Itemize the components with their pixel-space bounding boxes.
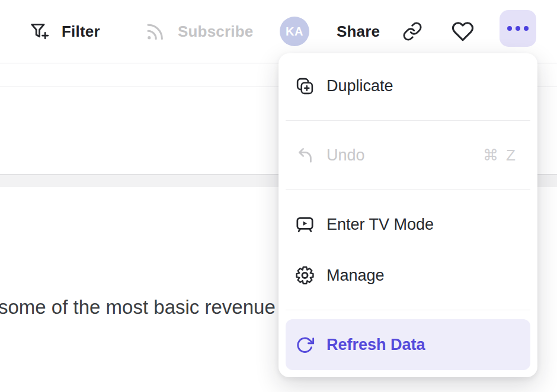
menu-item-label: Enter TV Mode bbox=[326, 216, 434, 234]
filter-label: Filter bbox=[62, 23, 100, 41]
menu-item-label: Undo bbox=[326, 146, 365, 165]
ellipsis-icon bbox=[507, 26, 512, 31]
menu-item-undo[interactable]: Undo ⌘ Z bbox=[286, 130, 530, 181]
paragraph-text: some of the most basic revenue m bbox=[0, 296, 297, 319]
tv-icon bbox=[295, 215, 315, 234]
menu-divider bbox=[286, 310, 530, 310]
subscribe-label: Subscribe bbox=[178, 23, 254, 41]
subscribe-button[interactable]: Subscribe bbox=[144, 0, 254, 63]
menu-divider bbox=[286, 189, 530, 190]
menu-item-label: Manage bbox=[326, 266, 385, 285]
duplicate-icon bbox=[295, 76, 315, 96]
shortcut-hint: ⌘ Z bbox=[483, 146, 517, 165]
filter-button[interactable]: Filter bbox=[28, 0, 100, 63]
menu-item-refresh-data[interactable]: Refresh Data bbox=[286, 319, 530, 370]
gear-icon bbox=[295, 266, 315, 285]
more-menu-button[interactable] bbox=[500, 10, 536, 47]
menu-item-label: Refresh Data bbox=[326, 336, 425, 354]
filter-plus-icon bbox=[28, 21, 50, 42]
menu-item-duplicate[interactable]: Duplicate bbox=[286, 60, 530, 111]
refresh-icon bbox=[295, 335, 315, 355]
dropdown-menu: Duplicate Undo ⌘ Z Enter TV Mode bbox=[278, 53, 537, 377]
menu-divider bbox=[286, 120, 530, 121]
share-label: Share bbox=[337, 23, 380, 41]
link-icon bbox=[402, 21, 422, 41]
menu-item-enter-tv-mode[interactable]: Enter TV Mode bbox=[286, 199, 530, 250]
menu-item-manage[interactable]: Manage bbox=[286, 250, 530, 301]
undo-icon bbox=[295, 146, 315, 165]
menu-item-label: Duplicate bbox=[326, 77, 393, 95]
avatar-initials: KA bbox=[280, 17, 309, 46]
heart-icon bbox=[452, 20, 474, 43]
rss-icon bbox=[144, 21, 166, 43]
